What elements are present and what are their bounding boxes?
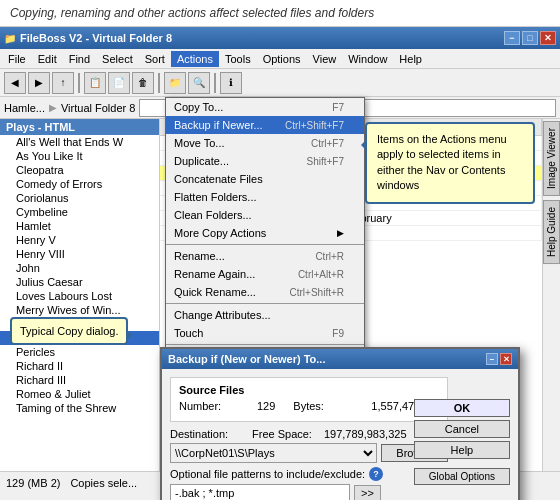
- menu-find[interactable]: Find: [63, 51, 96, 67]
- menu-action-more-copy-label: More Copy Actions: [174, 227, 266, 239]
- dropdown-sep-2: [166, 303, 364, 304]
- nav-item-henry-viii[interactable]: Henry VIII: [0, 247, 159, 261]
- nav-item-loves[interactable]: Loves Labours Lost: [0, 289, 159, 303]
- menu-help[interactable]: Help: [393, 51, 428, 67]
- close-button[interactable]: ✕: [540, 31, 556, 45]
- dest-path-row: \\CorpNet01\S\Plays Browse: [170, 443, 448, 463]
- source-section: Source Files Number: 129 Bytes: 1,557,47…: [170, 377, 448, 422]
- nav-item-hamlet[interactable]: Hamlet: [0, 219, 159, 233]
- nav-item-pericles[interactable]: Pericles: [0, 345, 159, 359]
- toolbar-btn-props[interactable]: ℹ: [220, 72, 242, 94]
- toolbar-btn-folder[interactable]: 📁: [164, 72, 186, 94]
- menu-window[interactable]: Window: [342, 51, 393, 67]
- menu-action-backup-shortcut: Ctrl+Shift+F7: [285, 120, 344, 131]
- help-icon[interactable]: ?: [369, 467, 383, 481]
- right-sidebar: Image Viewer Help Guide: [542, 119, 560, 471]
- menu-action-duplicate[interactable]: Duplicate... Shift+F7: [166, 152, 364, 170]
- nav-item-alls-well[interactable]: All's Well that Ends W: [0, 135, 159, 149]
- sidebar-tab-image-viewer[interactable]: Image Viewer: [543, 121, 560, 196]
- menu-action-move[interactable]: Move To... Ctrl+F7: [166, 134, 364, 152]
- nav-item-cleopatra[interactable]: Cleopatra: [0, 163, 159, 177]
- menu-action-move-shortcut: Ctrl+F7: [311, 138, 344, 149]
- menu-select[interactable]: Select: [96, 51, 139, 67]
- dest-path-select[interactable]: \\CorpNet01\S\Plays: [170, 443, 377, 463]
- status-left: 129 (MB 2): [6, 477, 60, 489]
- nav-panel-title: Plays - HTML: [0, 119, 159, 135]
- nav-item-romeo[interactable]: Romeo & Juliet: [0, 387, 159, 401]
- toolbar-btn-up[interactable]: ↑: [52, 72, 74, 94]
- menu-action-copy-to[interactable]: Copy To... F7: [166, 98, 364, 116]
- menu-action-quick-rename-shortcut: Ctrl+Shift+R: [290, 287, 344, 298]
- sidebar-tab-help-guide[interactable]: Help Guide: [543, 200, 560, 264]
- dialog-title-text: Backup if (New or Newer) To...: [168, 353, 326, 365]
- menu-action-rename-again[interactable]: Rename Again... Ctrl+Alt+R: [166, 265, 364, 283]
- nav-item-merry[interactable]: Merry Wives of Win...: [0, 303, 159, 317]
- menu-action-concatenate[interactable]: Concatenate Files: [166, 170, 364, 188]
- menu-action-duplicate-shortcut: Shift+F7: [306, 156, 344, 167]
- nav-item-richard-ii[interactable]: Richard II: [0, 359, 159, 373]
- toolbar-btn-back[interactable]: ◀: [4, 72, 26, 94]
- toolbar-btn-forward[interactable]: ▶: [28, 72, 50, 94]
- nav-panel: Plays - HTML All's Well that Ends W As Y…: [0, 119, 160, 471]
- menu-action-change-attribs[interactable]: Change Attributes...: [166, 306, 364, 324]
- source-number-label: Number:: [179, 400, 249, 412]
- nav-item-comedy[interactable]: Comedy of Errors: [0, 177, 159, 191]
- pattern-input-row: >>: [170, 484, 448, 500]
- toolbar-btn-delete[interactable]: 🗑: [132, 72, 154, 94]
- menu-action-quick-rename[interactable]: Quick Rename... Ctrl+Shift+R: [166, 283, 364, 301]
- menu-bar: File Edit Find Select Sort Actions Tools…: [0, 49, 560, 69]
- top-annotation: Copying, renaming and other actions affe…: [0, 0, 560, 27]
- menu-action-clean-label: Clean Folders...: [174, 209, 252, 221]
- menu-action-clean[interactable]: Clean Folders...: [166, 206, 364, 224]
- nav-item-john[interactable]: John: [0, 261, 159, 275]
- ok-button[interactable]: OK: [414, 399, 510, 417]
- menu-view[interactable]: View: [307, 51, 343, 67]
- tooltip-bubble: Items on the Actions menu apply to selec…: [365, 122, 535, 204]
- address-left-label: Hamle...: [4, 102, 45, 114]
- pattern-input[interactable]: [170, 484, 350, 500]
- menu-action-touch[interactable]: Touch F9: [166, 324, 364, 342]
- menu-action-backup[interactable]: Backup if Newer... Ctrl+Shift+F7: [166, 116, 364, 134]
- menu-action-touch-shortcut: F9: [332, 328, 344, 339]
- nav-item-cymbeline[interactable]: Cymbeline: [0, 205, 159, 219]
- menu-actions[interactable]: Actions: [171, 51, 219, 67]
- global-options-button[interactable]: Global Options: [414, 468, 510, 485]
- menu-action-flatten[interactable]: Flatten Folders...: [166, 188, 364, 206]
- menu-action-more-copy[interactable]: More Copy Actions ▶: [166, 224, 364, 242]
- cancel-button[interactable]: Cancel: [414, 420, 510, 438]
- minimize-button[interactable]: −: [504, 31, 520, 45]
- toolbar-sep-1: [78, 73, 80, 93]
- menu-file[interactable]: File: [2, 51, 32, 67]
- menu-action-duplicate-label: Duplicate...: [174, 155, 229, 167]
- nav-item-coriolanus[interactable]: Coriolanus: [0, 191, 159, 205]
- dialog-close-button[interactable]: ✕: [500, 353, 512, 365]
- dest-free-label: Free Space:: [252, 428, 312, 440]
- optional-label: Optional file patterns to include/exclud…: [170, 468, 365, 480]
- dialog-body: Source Files Number: 129 Bytes: 1,557,47…: [162, 369, 518, 500]
- nav-item-henry-v[interactable]: Henry V: [0, 233, 159, 247]
- menu-sort[interactable]: Sort: [139, 51, 171, 67]
- dialog-min-button[interactable]: −: [486, 353, 498, 365]
- maximize-button[interactable]: □: [522, 31, 538, 45]
- dest-label: Destination:: [170, 428, 240, 440]
- menu-action-rename-again-shortcut: Ctrl+Alt+R: [298, 269, 344, 280]
- menu-action-rename[interactable]: Rename... Ctrl+R: [166, 247, 364, 265]
- toolbar-sep-3: [214, 73, 216, 93]
- menu-options[interactable]: Options: [257, 51, 307, 67]
- source-bytes-label: Bytes:: [293, 400, 363, 412]
- menu-action-copy-to-label: Copy To...: [174, 101, 223, 113]
- toolbar-btn-search[interactable]: 🔍: [188, 72, 210, 94]
- title-bar: 📁 FileBoss V2 - Virtual Folder 8 − □ ✕: [0, 27, 560, 49]
- nav-item-julius[interactable]: Julius Caesar: [0, 275, 159, 289]
- nav-item-as-you-like[interactable]: As You Like It: [0, 149, 159, 163]
- nav-item-taming[interactable]: Taming of the Shrew: [0, 401, 159, 415]
- pattern-expand-button[interactable]: >>: [354, 485, 381, 500]
- help-button[interactable]: Help: [414, 441, 510, 459]
- title-bar-controls: − □ ✕: [504, 31, 556, 45]
- toolbar-btn-copy[interactable]: 📋: [84, 72, 106, 94]
- toolbar-btn-paste[interactable]: 📄: [108, 72, 130, 94]
- address-right-label: Virtual Folder 8: [61, 102, 135, 114]
- nav-item-richard-iii[interactable]: Richard III: [0, 373, 159, 387]
- menu-edit[interactable]: Edit: [32, 51, 63, 67]
- menu-tools[interactable]: Tools: [219, 51, 257, 67]
